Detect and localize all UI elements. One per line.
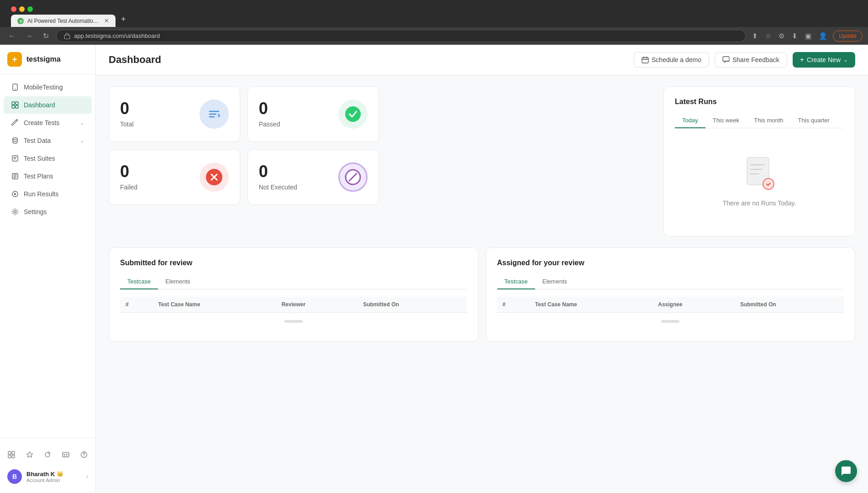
svg-rect-19 <box>63 452 69 457</box>
svg-rect-22 <box>642 58 648 63</box>
url-text: app.testsigma.com/ui/dashboard <box>74 32 160 39</box>
svg-rect-23 <box>723 57 729 61</box>
stat-info-passed: 0 Passed <box>259 100 280 128</box>
sidebar-item-label-run-results: Run Results <box>24 190 58 198</box>
dashboard-content: 0 Total 0 <box>96 75 868 352</box>
submitted-review-tab-elements[interactable]: Elements <box>158 274 197 289</box>
sidebar-bottom-icons <box>4 444 92 466</box>
sidebar: testsigma MobileTesting Dashboard Create <box>0 45 96 493</box>
sidebar-item-label-mobile-testing: MobileTesting <box>24 84 63 91</box>
assigned-col-assignee: Assignee <box>652 297 735 313</box>
main-header: Dashboard Schedule a demo Share Feedback… <box>96 45 868 75</box>
bookmark-icon[interactable]: ☆ <box>763 30 773 42</box>
sidebar-item-run-results[interactable]: Run Results <box>4 185 92 203</box>
submitted-review-tab-testcase[interactable]: Testcase <box>120 274 158 289</box>
sidebar-item-create-tests[interactable]: Create Tests ⌄ <box>4 114 92 131</box>
sidebar-item-test-suites[interactable]: Test Suites <box>4 150 92 167</box>
no-runs-container: There are no Runs Today. <box>675 137 844 225</box>
help-icon[interactable] <box>77 447 91 462</box>
schedule-demo-button[interactable]: Schedule a demo <box>634 52 709 68</box>
refresh-icon[interactable] <box>40 447 55 462</box>
grid-icon[interactable] <box>4 447 19 462</box>
logo-text: testsigma <box>26 55 61 63</box>
sidebar-logo: testsigma <box>0 45 95 74</box>
stat-label-total: Total <box>120 121 134 128</box>
chat-icon <box>841 466 852 477</box>
share-icon[interactable]: ⬆ <box>750 30 760 42</box>
create-new-button[interactable]: + Create New ⌄ <box>793 52 855 68</box>
browser-tab-active[interactable]: ⚙ AI Powered Test Automation Pl ✕ <box>11 15 116 27</box>
failed-icon <box>200 163 229 192</box>
assigned-review-tab-testcase[interactable]: Testcase <box>497 274 535 289</box>
assigned-col-name: Test Case Name <box>530 297 652 313</box>
refresh-button[interactable]: ↻ <box>40 31 52 41</box>
stats-wrapper: 0 Total 0 <box>109 86 855 236</box>
main-content-area: Dashboard Schedule a demo Share Feedback… <box>96 45 868 493</box>
run-tab-today[interactable]: Today <box>675 113 705 128</box>
sidebar-item-test-plans[interactable]: Test Plans <box>4 168 92 185</box>
svg-rect-8 <box>12 105 15 108</box>
no-runs-message: There are no Runs Today. <box>723 199 796 207</box>
latest-runs-title: Latest Runs <box>675 98 844 106</box>
traffic-light-green[interactable] <box>27 6 33 12</box>
svg-rect-7 <box>16 102 18 105</box>
stat-label-passed: Passed <box>259 121 280 128</box>
new-tab-button[interactable]: + <box>116 12 131 27</box>
stat-info-not-executed: 0 Not Executed <box>259 163 297 191</box>
sidebar-item-test-data[interactable]: Test Data ⌄ <box>4 132 92 149</box>
submitted-review-tabs: Testcase Elements <box>120 274 467 289</box>
chat-fab-button[interactable] <box>835 460 857 482</box>
submitted-col-date: Submitted On <box>358 297 467 313</box>
run-tab-this-month[interactable]: This month <box>747 113 790 128</box>
extension-icon[interactable]: ⚙ <box>777 30 786 42</box>
stat-card-total: 0 Total <box>109 86 240 142</box>
app-layout: testsigma MobileTesting Dashboard Create <box>0 45 868 493</box>
user-avatar: B <box>7 469 22 484</box>
url-bar[interactable]: app.testsigma.com/ui/dashboard <box>56 30 746 42</box>
sidebar-navigation: MobileTesting Dashboard Create Tests ⌄ <box>0 74 95 438</box>
profile-icon[interactable]: 👤 <box>817 30 829 42</box>
run-results-icon <box>11 190 19 198</box>
user-info-panel[interactable]: B Bharath K 👑 Account Admin › <box>4 466 92 488</box>
traffic-light-yellow[interactable] <box>19 6 25 12</box>
crown-icon: 👑 <box>57 471 63 477</box>
svg-point-10 <box>13 138 17 140</box>
browser-action-buttons: ⬆ ☆ ⚙ ⬇ ▣ 👤 Update <box>750 30 863 42</box>
run-tab-this-week[interactable]: This week <box>705 113 747 128</box>
page-title: Dashboard <box>109 54 161 66</box>
assigned-col-date: Submitted On <box>735 297 844 313</box>
sidebar-item-mobile-testing[interactable]: MobileTesting <box>4 79 92 96</box>
stat-card-failed: 0 Failed <box>109 149 240 205</box>
download-icon[interactable]: ⬇ <box>790 30 800 42</box>
stat-label-not-executed: Not Executed <box>259 184 297 191</box>
svg-rect-11 <box>12 156 18 161</box>
table-icon[interactable] <box>58 447 73 462</box>
share-feedback-button[interactable]: Share Feedback <box>715 52 787 68</box>
mobile-testing-icon <box>11 83 19 91</box>
star-icon[interactable] <box>22 447 37 462</box>
submitted-col-hash: # <box>120 297 153 313</box>
dashboard-icon <box>11 101 19 109</box>
svg-point-5 <box>15 89 16 89</box>
tab-close-icon[interactable]: ✕ <box>104 17 109 24</box>
update-button[interactable]: Update <box>833 31 863 42</box>
back-button[interactable]: ← <box>5 31 18 41</box>
sidebar-item-settings[interactable]: Settings <box>4 203 92 220</box>
run-tab-this-quarter[interactable]: This quarter <box>791 113 837 128</box>
address-bar-container: ← → ↻ app.testsigma.com/ui/dashboard ⬆ ☆… <box>0 27 868 45</box>
forward-button[interactable]: → <box>23 31 36 41</box>
stat-card-not-executed: 0 Not Executed <box>247 149 379 205</box>
header-actions: Schedule a demo Share Feedback + Create … <box>634 52 855 68</box>
assigned-review-card: Assigned for your review Testcase Elemen… <box>486 247 856 341</box>
latest-runs-card: Latest Runs Today This week This month T… <box>663 86 855 236</box>
assigned-review-title: Assigned for your review <box>497 259 844 267</box>
assigned-review-tab-elements[interactable]: Elements <box>535 274 574 289</box>
assigned-review-table: # Test Case Name Assignee Submitted On <box>497 297 844 313</box>
layout-icon[interactable]: ▣ <box>803 30 813 42</box>
traffic-light-red[interactable] <box>11 6 16 12</box>
user-details: Bharath K 👑 Account Admin <box>26 471 82 483</box>
svg-rect-2 <box>64 35 70 39</box>
sidebar-item-label-settings: Settings <box>24 208 47 215</box>
stat-info-total: 0 Total <box>120 100 134 128</box>
sidebar-item-dashboard[interactable]: Dashboard <box>4 96 92 114</box>
